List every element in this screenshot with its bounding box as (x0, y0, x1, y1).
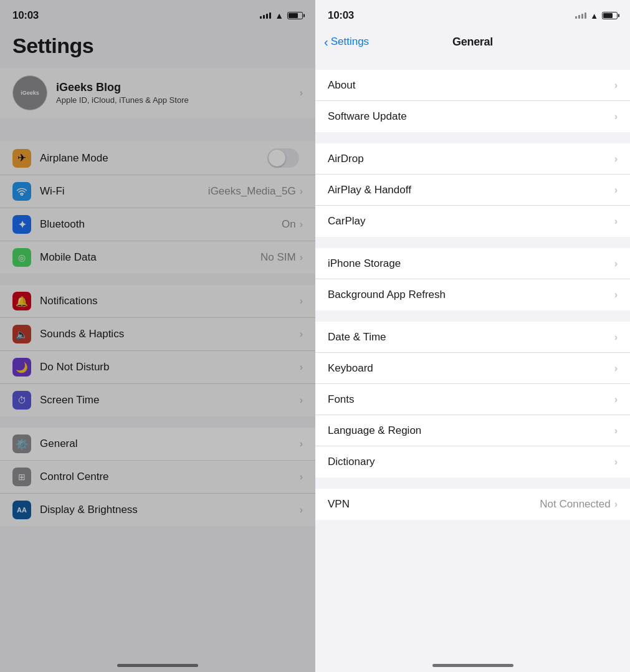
keyboard-row[interactable]: Keyboard › (315, 353, 630, 384)
notifications-label: Notifications (40, 295, 300, 307)
system-group: ⚙️ General › ⊞ Control Centre › AA Displ… (0, 428, 315, 526)
date-time-label: Date & Time (328, 331, 614, 343)
airplane-mode-label: Airplane Mode (40, 152, 267, 165)
language-group: Date & Time › Keyboard › Fonts › Languag… (315, 322, 630, 478)
right-panel: 10:03 ▲ ‹ Settings General About › (315, 0, 630, 672)
right-wifi-icon: ▲ (590, 11, 598, 21)
general-icon: ⚙️ (12, 434, 31, 453)
about-row[interactable]: About › (315, 70, 630, 101)
notifications-icon: 🔔 (12, 292, 31, 310)
avatar: iGeeks (12, 75, 47, 110)
bluetooth-chevron: › (300, 219, 303, 230)
date-time-row[interactable]: Date & Time › (315, 322, 630, 353)
sounds-row[interactable]: 🔈 Sounds & Haptics › (0, 318, 315, 351)
screen-time-label: Screen Time (40, 394, 300, 406)
page-title: General (452, 36, 493, 49)
screen-time-icon: ⏱ (12, 391, 31, 410)
right-battery-icon (602, 12, 618, 19)
screen-time-row[interactable]: ⏱ Screen Time › (0, 384, 315, 416)
back-label: Settings (331, 36, 369, 48)
dnd-row[interactable]: 🌙 Do Not Disturb › (0, 351, 315, 384)
airdrop-row[interactable]: AirDrop › (315, 143, 630, 175)
dnd-icon: 🌙 (12, 358, 31, 377)
bluetooth-label: Bluetooth (40, 218, 282, 231)
carplay-label: CarPlay (328, 215, 614, 228)
iphone-storage-chevron: › (614, 258, 618, 269)
airplane-mode-toggle[interactable] (267, 148, 299, 168)
airdrop-group: AirDrop › AirPlay & Handoff › CarPlay › (315, 143, 630, 237)
software-update-chevron: › (614, 111, 618, 122)
language-region-chevron: › (614, 425, 618, 436)
display-brightness-label: Display & Brightness (40, 504, 300, 516)
background-app-refresh-chevron: › (614, 289, 618, 300)
connectivity-group: ✈ Airplane Mode Wi-Fi iGeeks_Media_5G › … (0, 142, 315, 274)
airdrop-label: AirDrop (328, 153, 614, 165)
bluetooth-icon: ✦ (12, 215, 31, 234)
fonts-label: Fonts (328, 393, 614, 406)
display-brightness-chevron: › (300, 504, 303, 516)
left-time: 10:03 (12, 9, 39, 22)
language-region-row[interactable]: Language & Region › (315, 415, 630, 446)
dnd-label: Do Not Disturb (40, 361, 300, 373)
software-update-row[interactable]: Software Update › (315, 101, 630, 132)
general-chevron: › (300, 438, 303, 449)
right-status-bar: 10:03 ▲ (315, 0, 630, 27)
mobile-data-icon: ◎ (12, 248, 31, 267)
airplane-mode-row[interactable]: ✈ Airplane Mode (0, 142, 315, 175)
notifications-row[interactable]: 🔔 Notifications › (0, 285, 315, 318)
vpn-chevron: › (614, 499, 618, 510)
wifi-row[interactable]: Wi-Fi iGeeks_Media_5G › (0, 175, 315, 208)
wifi-chevron: › (300, 186, 303, 197)
about-group: About › Software Update › (315, 70, 630, 132)
profile-chevron: › (300, 87, 303, 98)
background-app-refresh-row[interactable]: Background App Refresh › (315, 279, 630, 310)
left-status-icons: ▲ (260, 11, 303, 21)
general-row[interactable]: ⚙️ General › (0, 428, 315, 461)
mobile-data-label: Mobile Data (40, 251, 260, 264)
bluetooth-value: On (282, 218, 296, 231)
fonts-chevron: › (614, 394, 618, 405)
sounds-label: Sounds & Haptics (40, 328, 300, 340)
wifi-icon: ▲ (275, 11, 284, 21)
sounds-chevron: › (300, 329, 303, 340)
profile-row[interactable]: iGeeks iGeeks Blog Apple ID, iCloud, iTu… (0, 68, 315, 118)
control-centre-label: Control Centre (40, 471, 300, 483)
display-brightness-row[interactable]: AA Display & Brightness › (0, 494, 315, 526)
back-button[interactable]: ‹ Settings (324, 35, 369, 49)
wifi-label: Wi-Fi (40, 185, 208, 198)
nav-bar: ‹ Settings General (315, 27, 630, 59)
iphone-storage-label: iPhone Storage (328, 257, 614, 270)
airplay-row[interactable]: AirPlay & Handoff › (315, 175, 630, 206)
mobile-data-row[interactable]: ◎ Mobile Data No SIM › (0, 241, 315, 274)
control-centre-row[interactable]: ⊞ Control Centre › (0, 461, 315, 494)
battery-icon (287, 12, 303, 19)
right-home-indicator (432, 664, 513, 667)
background-app-refresh-label: Background App Refresh (328, 289, 614, 301)
vpn-row[interactable]: VPN Not Connected › (315, 489, 630, 520)
left-status-bar: 10:03 ▲ (0, 0, 315, 27)
settings-title: Settings (0, 27, 315, 68)
control-centre-icon: ⊞ (12, 468, 31, 486)
airplane-mode-icon: ✈ (12, 149, 31, 168)
vpn-label: VPN (328, 498, 540, 511)
right-status-icons: ▲ (575, 11, 618, 21)
back-chevron: ‹ (324, 35, 328, 49)
alerts-group: 🔔 Notifications › 🔈 Sounds & Haptics › 🌙… (0, 285, 315, 416)
about-chevron: › (614, 80, 618, 91)
carplay-chevron: › (614, 216, 618, 227)
bluetooth-row[interactable]: ✦ Bluetooth On › (0, 208, 315, 241)
airdrop-chevron: › (614, 153, 618, 165)
iphone-storage-row[interactable]: iPhone Storage › (315, 248, 630, 279)
dictionary-chevron: › (614, 456, 618, 468)
dnd-chevron: › (300, 362, 303, 373)
about-label: About (328, 79, 614, 92)
dictionary-row[interactable]: Dictionary › (315, 446, 630, 478)
fonts-row[interactable]: Fonts › (315, 384, 630, 415)
language-region-label: Language & Region (328, 425, 614, 437)
mobile-data-chevron: › (300, 252, 303, 263)
sounds-icon: 🔈 (12, 325, 31, 343)
wifi-icon-row (12, 182, 31, 201)
carplay-row[interactable]: CarPlay › (315, 206, 630, 237)
profile-info: iGeeks Blog Apple ID, iCloud, iTunes & A… (56, 81, 300, 105)
airplay-chevron: › (614, 185, 618, 196)
